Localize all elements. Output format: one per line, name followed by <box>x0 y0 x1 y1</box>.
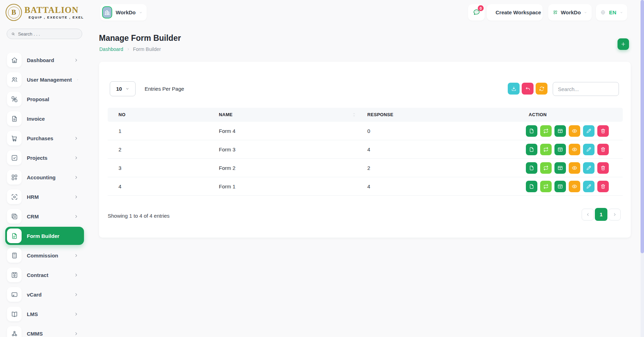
view-button[interactable] <box>569 162 580 174</box>
sidebar-item-purchases[interactable]: Purchases <box>5 129 84 147</box>
entries-button[interactable] <box>554 181 566 192</box>
messages-button[interactable]: 0 <box>468 4 485 21</box>
duplicate-button[interactable] <box>526 144 537 155</box>
chevron-down-icon <box>584 10 587 15</box>
chevron-right-icon <box>74 136 78 141</box>
entries-info: Showing 1 to 4 of 4 entries <box>108 213 170 219</box>
table-search-input[interactable] <box>553 82 619 96</box>
view-button[interactable] <box>569 144 580 155</box>
cell-response: 4 <box>367 177 370 196</box>
credit-card-icon <box>11 291 18 298</box>
plus-icon <box>620 41 626 47</box>
duplicate-button[interactable] <box>526 162 537 174</box>
delete-button[interactable] <box>597 125 609 137</box>
workspace-switcher[interactable]: WorkDo <box>100 4 147 21</box>
refresh-icon <box>539 86 545 92</box>
convert-button[interactable] <box>540 125 552 137</box>
sort-icon[interactable] <box>352 112 356 117</box>
sidebar-item-crm[interactable]: CRM <box>5 207 84 225</box>
sidebar-search[interactable] <box>7 29 82 39</box>
sidebar-item-cmms[interactable]: CMMS <box>5 324 84 337</box>
entries-button[interactable] <box>554 125 566 137</box>
edit-button[interactable] <box>583 144 595 155</box>
chevron-down-icon <box>139 10 143 15</box>
breadcrumb-current: Form Builder <box>133 46 161 52</box>
create-workspace-button[interactable]: Create Workspace <box>487 4 543 21</box>
workspace-name: WorkDo <box>116 9 136 15</box>
workdo-dropdown[interactable]: WorkDo <box>548 4 592 21</box>
sidebar-item-proposal[interactable]: Proposal <box>5 90 84 108</box>
grid-plus-icon <box>553 9 558 16</box>
edit-button[interactable] <box>583 162 595 174</box>
delete-button[interactable] <box>597 181 609 192</box>
table-icon <box>557 184 563 189</box>
delete-button[interactable] <box>597 162 609 174</box>
download-icon <box>511 86 517 92</box>
page-scrollbar[interactable] <box>641 0 644 337</box>
entries-per-page-select[interactable]: 10 <box>110 81 136 96</box>
convert-button[interactable] <box>540 162 552 174</box>
nodes-icon <box>11 330 18 337</box>
eye-icon <box>572 147 577 152</box>
row-actions <box>526 181 609 192</box>
convert-button[interactable] <box>540 144 552 155</box>
sidebar-item-projects[interactable]: Projects <box>5 149 84 167</box>
chevron-right-icon <box>77 77 78 82</box>
table-toolbar <box>508 83 547 95</box>
sidebar-item-form-builder[interactable]: Form Builder <box>5 227 84 245</box>
pagination-next-button[interactable] <box>608 209 621 220</box>
duplicate-button[interactable] <box>526 181 537 192</box>
sidebar-search-input[interactable] <box>18 31 78 37</box>
language-selector[interactable]: EN <box>596 4 627 21</box>
sidebar-item-accounting[interactable]: Accounting <box>5 168 84 186</box>
delete-button[interactable] <box>597 144 609 155</box>
edit-button[interactable] <box>583 181 595 192</box>
chevron-right-icon <box>74 175 78 180</box>
row-actions <box>526 125 609 137</box>
edit-button[interactable] <box>583 125 595 137</box>
convert-button[interactable] <box>540 181 552 192</box>
pencil-icon <box>586 184 592 189</box>
sidebar-item-dashboard[interactable]: Dashboard <box>5 51 84 69</box>
export-button[interactable] <box>508 83 520 95</box>
sidebar-item-invoice[interactable]: Invoice <box>5 110 84 128</box>
messages-badge: 0 <box>478 5 484 11</box>
sidebar-item-user-management[interactable]: User Management <box>5 70 84 89</box>
pencil-icon <box>586 165 592 171</box>
eye-icon <box>572 128 577 134</box>
reset-button[interactable] <box>522 83 534 95</box>
entries-button[interactable] <box>554 162 566 174</box>
entries-button[interactable] <box>554 144 566 155</box>
sidebar-item-hrm[interactable]: HRM <box>5 188 84 206</box>
sidebar-item-lms[interactable]: LMS <box>5 305 84 323</box>
column-header-no[interactable]: NO <box>118 108 125 122</box>
sidebar-item-contract[interactable]: Contract <box>5 266 84 284</box>
chevron-down-icon <box>620 10 623 15</box>
pagination-page-1[interactable]: 1 <box>595 208 607 221</box>
sidebar-item-vcard[interactable]: vCard <box>5 285 84 304</box>
scrollbar-thumb[interactable] <box>641 0 644 253</box>
chevron-right-icon <box>74 331 78 336</box>
create-form-button[interactable] <box>618 38 629 50</box>
sidebar-item-commission[interactable]: Commission <box>5 246 84 264</box>
pagination: 1 <box>582 208 621 221</box>
users-icon <box>11 76 18 83</box>
sidebar-nav: Dashboard User Management Proposal Invoi… <box>5 51 84 337</box>
chevron-right-icon <box>74 312 78 316</box>
sidebar-item-label: vCard <box>27 292 42 298</box>
building-icon <box>104 9 111 16</box>
pencil-icon <box>586 147 592 152</box>
column-header-name[interactable]: NAME <box>219 108 232 122</box>
duplicate-button[interactable] <box>526 125 537 137</box>
cell-name: Form 1 <box>219 177 236 196</box>
sidebar-item-label: Accounting <box>27 174 56 180</box>
brand-logo[interactable]: B BATTALION EQUIP , EXECUTE , EXEL <box>6 4 84 21</box>
refresh-button[interactable] <box>536 83 547 95</box>
view-button[interactable] <box>569 125 580 137</box>
column-header-response[interactable]: RESPONSE <box>367 108 393 122</box>
pagination-prev-button[interactable] <box>582 209 594 220</box>
book-open-icon <box>11 310 18 318</box>
breadcrumb-dashboard-link[interactable]: Dashboard <box>99 46 123 52</box>
sidebar-item-label: Dashboard <box>27 57 54 63</box>
view-button[interactable] <box>569 181 580 192</box>
